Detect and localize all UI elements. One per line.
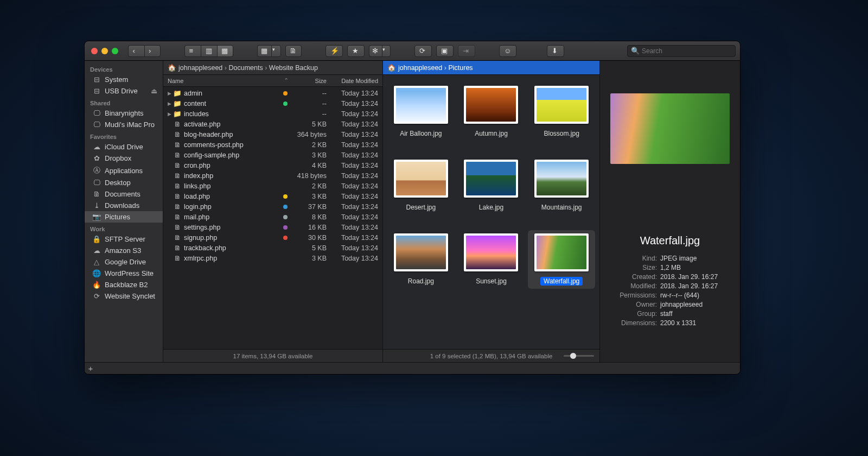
col-name[interactable]: Name ⌃ — [168, 77, 289, 84]
path-segment[interactable]: Pictures — [448, 64, 473, 72]
icon-item[interactable]: Sunset.jpg — [458, 230, 525, 289]
file-row[interactable]: 🗎blog-header.php364 bytesToday 13:24 — [163, 129, 382, 140]
sidebar-item-label: Pictures — [105, 213, 130, 221]
sidebar-item[interactable]: 🖵Binarynights — [85, 107, 163, 119]
file-row[interactable]: 🗎login.php37 KBToday 13:24 — [163, 201, 382, 212]
mid-pathbar[interactable]: 🏠 johnappleseed › Pictures — [383, 61, 599, 75]
sidebar-item[interactable]: ⒶApplications — [85, 164, 163, 177]
sidebar-item[interactable]: 🔥Backblaze B2 — [85, 279, 163, 290]
minimize-window-button[interactable] — [101, 48, 108, 54]
emoji-button[interactable]: ☺ — [499, 45, 516, 57]
file-size: -- — [289, 110, 327, 118]
icon-label: Road.jpg — [405, 277, 437, 286]
file-date: Today 13:24 — [327, 182, 378, 190]
file-row[interactable]: 🗎links.php2 KBToday 13:24 — [163, 181, 382, 191]
s3-icon: ☁ — [92, 246, 101, 255]
sidebar-item[interactable]: 🖵Mudi's iMac Pro — [85, 119, 163, 130]
path-segment[interactable]: johnappleseed — [398, 64, 442, 72]
file-row[interactable]: 🗎mail.php8 KBToday 13:24 — [163, 212, 382, 222]
sidebar-item[interactable]: ⤓Downloads — [85, 200, 163, 211]
sidebar-item-label: Amazon S3 — [105, 246, 141, 255]
col-date[interactable]: Date Modified — [327, 78, 378, 84]
icon-label: Air Balloon.jpg — [397, 129, 445, 138]
sidebar-item[interactable]: △Google Drive — [85, 256, 163, 268]
actions-menu-button[interactable]: ✻ — [369, 45, 382, 57]
sidebar-item-label: Binarynights — [105, 109, 144, 117]
search-input[interactable] — [642, 47, 732, 55]
icon-item[interactable]: Waterfall.jpg — [528, 230, 595, 289]
activity-button[interactable]: ⬇ — [547, 45, 564, 57]
file-row[interactable]: 🗎xmlrpc.php3 KBToday 13:24 — [163, 253, 382, 263]
file-size: 16 KB — [289, 224, 327, 231]
file-row[interactable]: 🗎config-sample.php3 KBToday 13:24 — [163, 150, 382, 160]
file-row[interactable]: 🗎load.php3 KBToday 13:24 — [163, 191, 382, 201]
sidebar-item[interactable]: 🖵Desktop — [85, 177, 163, 188]
folder-icon: 📁 — [173, 89, 182, 97]
file-date: Today 13:24 — [327, 234, 378, 242]
sidebar-item[interactable]: ⊟USB Drive⏏ — [85, 85, 163, 97]
file-row[interactable]: 🗎cron.php4 KBToday 13:24 — [163, 160, 382, 170]
column-view-button[interactable]: ▥ — [201, 45, 217, 57]
icon-item[interactable]: Blossom.jpg — [528, 83, 595, 141]
sidebar-item-label: Backblaze B2 — [105, 281, 148, 289]
sidebar-item[interactable]: ⟳Website Synclet — [85, 290, 163, 302]
sidebar-item[interactable]: 🔒SFTP Server — [85, 233, 163, 245]
file-row[interactable]: ▶📁admin--Today 13:24 — [163, 88, 382, 98]
new-file-button[interactable]: 🗎 — [285, 45, 302, 57]
close-window-button[interactable] — [91, 48, 98, 54]
icon-item[interactable]: Lake.jpg — [458, 156, 525, 215]
path-segment[interactable]: johnappleseed — [178, 64, 222, 72]
sidebar-item[interactable]: ⊟System — [85, 74, 163, 85]
list-view-button[interactable]: ≡ — [184, 45, 201, 57]
add-source-button[interactable]: + — [85, 364, 97, 373]
group-by-menu-button[interactable]: ▾ — [271, 45, 281, 57]
left-pathbar[interactable]: 🏠 johnappleseed › Documents › Website Ba… — [163, 61, 382, 75]
sync-button[interactable]: ⟳ — [414, 45, 432, 57]
icon-view-button[interactable]: ▦ — [217, 45, 233, 57]
file-row[interactable]: 🗎activate.php5 KBToday 13:24 — [163, 119, 382, 129]
file-date: Today 13:24 — [327, 151, 378, 159]
sidebar-heading: Work — [85, 223, 163, 233]
col-size[interactable]: Size — [289, 78, 327, 84]
file-row[interactable]: 🗎comments-post.php2 KBToday 13:24 — [163, 140, 382, 150]
file-row[interactable]: 🗎settings.php16 KBToday 13:24 — [163, 222, 382, 232]
group-by-button[interactable]: ▦ — [257, 45, 271, 57]
icon-item[interactable]: Mountains.jpg — [528, 156, 595, 215]
sidebar-item[interactable]: 🌐WordPress Site — [85, 268, 163, 279]
file-row[interactable]: 🗎trackback.php5 KBToday 13:24 — [163, 243, 382, 253]
forward-button[interactable]: › — [144, 45, 161, 57]
back-button[interactable]: ‹ — [128, 45, 144, 57]
screen-icon: 🖵 — [92, 121, 101, 129]
sidebar-item[interactable]: ✿Dropbox — [85, 153, 163, 164]
file-size: 2 KB — [289, 182, 327, 190]
file-name: trackback.php — [182, 244, 283, 252]
zoom-window-button[interactable] — [112, 48, 118, 54]
terminal-button[interactable]: ▣ — [436, 45, 454, 57]
path-segment[interactable]: Website Backup — [269, 64, 318, 72]
path-segment[interactable]: Documents — [228, 64, 263, 72]
quick-open-button[interactable]: ⚡ — [326, 45, 343, 57]
file-date: Today 13:24 — [327, 224, 378, 231]
sidebar-item[interactable]: ☁iCloud Drive — [85, 141, 163, 153]
favorites-button[interactable]: ★ — [347, 45, 365, 57]
info-value: JPEG image — [660, 255, 730, 262]
icon-item[interactable]: Road.jpg — [387, 230, 455, 289]
file-row[interactable]: ▶📁includes--Today 13:24 — [163, 109, 382, 119]
file-row[interactable]: 🗎signup.php30 KBToday 13:24 — [163, 232, 382, 243]
sidebar-item[interactable]: 📷Pictures — [85, 211, 163, 223]
file-row[interactable]: ▶📁content--Today 13:24 — [163, 98, 382, 109]
actions-menu-chevron[interactable]: ▾ — [382, 45, 391, 57]
file-date: Today 13:24 — [327, 255, 378, 262]
sidebar-item[interactable]: 🗎Documents — [85, 188, 163, 200]
info-key: Owner: — [610, 301, 657, 308]
zoom-slider[interactable] — [564, 355, 594, 357]
file-row[interactable]: 🗎index.php418 bytesToday 13:24 — [163, 170, 382, 181]
icon-item[interactable]: Desert.jpg — [387, 156, 455, 215]
file-size: -- — [289, 90, 327, 97]
sidebar-item[interactable]: ☁Amazon S3 — [85, 245, 163, 256]
eject-icon[interactable]: ⏏ — [151, 87, 157, 95]
icon-item[interactable]: Air Balloon.jpg — [387, 83, 455, 141]
icon-item[interactable]: Autumn.jpg — [458, 83, 525, 141]
flame-icon: 🔥 — [92, 281, 101, 289]
disabled-button: ⇥ — [458, 45, 475, 57]
